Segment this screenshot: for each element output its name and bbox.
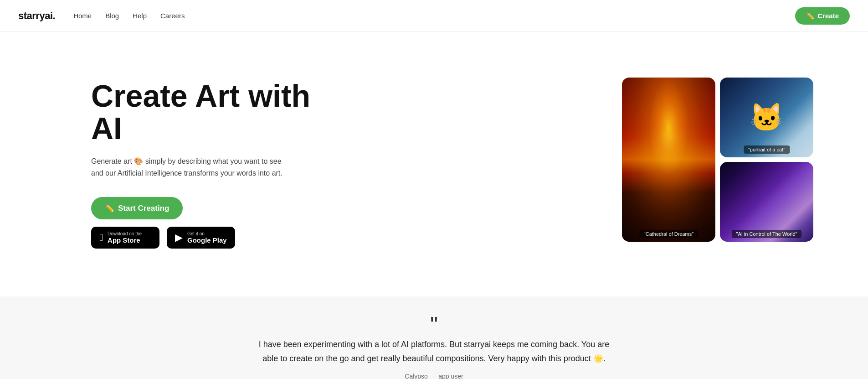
testimonial-author: Calypso_ – app user: [18, 373, 850, 379]
logo: starryai.: [18, 10, 55, 22]
art-card-space: "AI in Control of The World": [720, 162, 813, 242]
nav-links: Home Blog Help Careers: [73, 12, 185, 20]
cathedral-label: "Cathedral of Dreams": [639, 230, 698, 238]
quote-mark: ": [18, 319, 850, 330]
app-store-big: App Store: [108, 236, 142, 244]
nav-link-careers[interactable]: Careers: [160, 12, 185, 20]
art-card-cathedral: "Cathedral of Dreams": [622, 78, 715, 242]
hero-title: Create Art with AI: [91, 80, 319, 145]
app-store-button[interactable]:  Download on the App Store: [91, 227, 159, 249]
create-button[interactable]: ✏️ Create: [795, 7, 850, 25]
hero-left: Create Art with AI Generate art 🎨 simply…: [91, 80, 319, 249]
nav-left: starryai. Home Blog Help Careers: [18, 10, 185, 22]
pencil-icon: ✏️: [105, 203, 114, 213]
art-grid: "Cathedral of Dreams" 🐱 "portrait of a c…: [622, 78, 813, 242]
google-play-button[interactable]: ▶ Get it on Google Play: [167, 227, 235, 249]
art-card-cat: 🐱 "portrait of a cat": [720, 78, 813, 157]
app-store-small: Download on the: [108, 231, 142, 236]
hero-section: Create Art with AI Generate art 🎨 simply…: [0, 32, 868, 296]
start-creating-button[interactable]: ✏️ Start Creating: [91, 197, 183, 219]
hero-buttons: ✏️ Start Creating  Download on the App …: [91, 197, 319, 249]
google-play-small: Get it on: [187, 231, 227, 236]
google-play-big: Google Play: [187, 236, 227, 244]
play-icon: ▶: [175, 232, 183, 244]
nav-link-help[interactable]: Help: [133, 12, 147, 20]
testimonial-section: " I have been experimenting with a lot o…: [0, 296, 868, 379]
testimonial-text: I have been experimenting with a lot of …: [257, 337, 612, 365]
navbar: starryai. Home Blog Help Careers ✏️ Crea…: [0, 0, 868, 32]
store-buttons:  Download on the App Store ▶ Get it on …: [91, 227, 319, 249]
space-label: "AI in Control of The World": [732, 230, 802, 238]
hero-right: "Cathedral of Dreams" 🐱 "portrait of a c…: [622, 78, 813, 251]
nav-link-blog[interactable]: Blog: [105, 12, 119, 20]
cat-label: "portrait of a cat": [744, 145, 790, 154]
cathedral-image: [622, 78, 715, 242]
apple-icon: : [99, 232, 103, 244]
nav-link-home[interactable]: Home: [73, 12, 92, 20]
pencil-icon: ✏️: [806, 12, 815, 20]
hero-subtitle: Generate art 🎨 simply by describing what…: [91, 156, 319, 179]
